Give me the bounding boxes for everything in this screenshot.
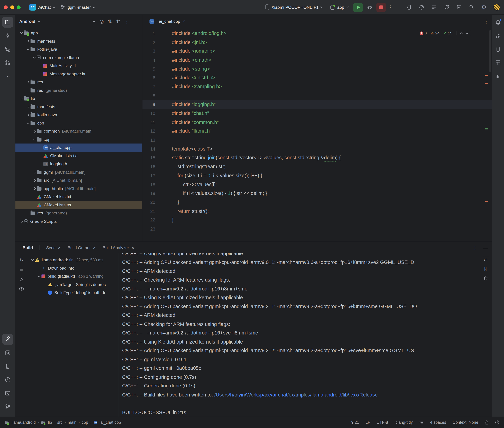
profile-avatar[interactable] bbox=[493, 4, 500, 10]
device-explorer-tool-button[interactable] bbox=[2, 361, 13, 372]
tree-item-lib[interactable]: lib bbox=[16, 94, 142, 103]
project-selector[interactable]: AC AiChat bbox=[26, 3, 58, 12]
chevron-right-icon[interactable] bbox=[20, 220, 23, 223]
close-tab-icon[interactable]: × bbox=[132, 245, 134, 250]
close-tab-icon[interactable]: × bbox=[93, 245, 95, 250]
project-tool-button[interactable] bbox=[2, 16, 13, 28]
build-tab-sync[interactable]: Sync× bbox=[43, 243, 64, 252]
next-problem-button[interactable] bbox=[466, 31, 469, 34]
editor-options-button[interactable]: ⋮ bbox=[484, 18, 488, 24]
code-line-20[interactable]: 20 } bbox=[142, 198, 492, 207]
tree-item-messageadapter-kt[interactable]: MessageAdapter.kt bbox=[16, 70, 142, 78]
breadcrumb-item-src[interactable]: src bbox=[57, 420, 62, 425]
version-control-tool-button[interactable] bbox=[2, 401, 13, 412]
analyzer-status[interactable]: .clang-tidy bbox=[394, 420, 413, 425]
chevron-down-icon[interactable] bbox=[20, 97, 23, 99]
code-line-12[interactable]: 12#include "llama.h" bbox=[142, 127, 492, 136]
profiler-button[interactable] bbox=[419, 4, 424, 10]
tree-item-cpp[interactable]: cpp bbox=[16, 135, 142, 144]
tree-item-res[interactable]: res(generated) bbox=[16, 209, 142, 217]
chevron-down-icon[interactable] bbox=[31, 258, 34, 261]
warning-count[interactable]: ⚠24 bbox=[431, 31, 440, 35]
tree-item-cmakelists-txt[interactable]: CMakeLists.txt bbox=[16, 193, 142, 201]
breadcrumb-item-llama-android[interactable]: llama.android bbox=[4, 420, 36, 425]
scrollbar-warning-mark[interactable] bbox=[485, 83, 488, 84]
tree-item-manifests[interactable]: manifests bbox=[16, 37, 142, 45]
code-line-15[interactable]: 15static std::string join(const std::vec… bbox=[142, 153, 492, 162]
chevron-down-icon[interactable] bbox=[26, 48, 29, 50]
build-tool-button[interactable] bbox=[2, 334, 13, 345]
line-separator[interactable]: LF bbox=[366, 420, 370, 425]
tree-item-logging-h[interactable]: logging.h bbox=[16, 160, 142, 168]
code-line-7[interactable]: 7#include <sampling.h> bbox=[142, 82, 492, 91]
pull-requests-tool-button[interactable] bbox=[2, 57, 13, 68]
code-line-13[interactable]: 13 bbox=[142, 135, 492, 144]
app-quality-insights-tool-button[interactable] bbox=[493, 71, 503, 81]
more-tool-windows-button[interactable]: ⋯ bbox=[2, 71, 13, 82]
tree-item-cpp-httplib[interactable]: cpp-httplib[AiChat.lib.main] bbox=[16, 184, 142, 193]
indentation[interactable]: 4 spaces bbox=[430, 420, 446, 425]
notifications-button[interactable] bbox=[493, 17, 503, 27]
more-run-options-button[interactable]: ⋮ bbox=[388, 5, 393, 10]
console-link[interactable]: /Users/hanyin/Workspace/ai-chat/examples… bbox=[214, 392, 378, 397]
scrollbar-warning-mark[interactable] bbox=[485, 201, 488, 202]
stop-button[interactable] bbox=[376, 3, 386, 12]
breadcrumb-item-ai-chat-cpp[interactable]: ai_chat.cpp bbox=[93, 420, 121, 425]
build-tree-item-llama-android-fin[interactable]: llama.android: fin22 sec, 583 ms bbox=[28, 256, 119, 264]
scrollbar-warning-mark[interactable] bbox=[485, 75, 488, 76]
build-tree-item-build-gradle-kts[interactable]: build.gradle.ktsapp 1 warning bbox=[28, 272, 119, 280]
build-tab-build-output[interactable]: Build Output× bbox=[64, 243, 99, 252]
tree-item-app[interactable]: app bbox=[16, 29, 142, 37]
chevron-down-icon[interactable] bbox=[26, 121, 29, 124]
logcat-button[interactable] bbox=[431, 4, 437, 10]
tree-item-res[interactable]: res bbox=[16, 78, 142, 86]
code-line-18[interactable]: 18 str << values[i]; bbox=[142, 180, 492, 189]
run-configuration-selector[interactable]: app bbox=[328, 4, 351, 11]
commit-tool-button[interactable] bbox=[2, 30, 13, 41]
code-line-16[interactable]: 16 std::ostringstream str; bbox=[142, 162, 492, 171]
panel-options-button[interactable]: ⋮ bbox=[124, 19, 129, 24]
code-line-3[interactable]: 3#include <iomanip> bbox=[142, 47, 492, 56]
zoom-window-button[interactable] bbox=[17, 5, 20, 9]
editor-scrollbar[interactable] bbox=[489, 30, 491, 72]
build-tab-build[interactable]: Build bbox=[19, 243, 36, 252]
settings-button[interactable]: ⚙ bbox=[481, 4, 486, 10]
tree-item-mainactivity-kt[interactable]: MainActivity.kt bbox=[16, 62, 142, 70]
chevron-right-icon[interactable] bbox=[26, 114, 29, 116]
chevron-right-icon[interactable] bbox=[26, 81, 29, 83]
chevron-down-icon[interactable] bbox=[37, 275, 40, 277]
hide-panel-button[interactable]: — bbox=[133, 19, 138, 24]
rerun-build-button[interactable]: ↻ bbox=[19, 257, 24, 262]
clear-all-icon[interactable] bbox=[483, 276, 488, 280]
layout-inspector-tool-button[interactable] bbox=[493, 58, 503, 67]
panel-options-button[interactable]: ⋮ bbox=[472, 245, 477, 250]
gradle-sync-button[interactable] bbox=[444, 4, 449, 10]
project-view-selector[interactable]: Android bbox=[19, 19, 35, 24]
chevron-down-icon[interactable] bbox=[20, 31, 23, 34]
structure-tool-button[interactable] bbox=[2, 44, 13, 55]
code-line-6[interactable]: 6#include <unistd.h> bbox=[142, 73, 492, 82]
vcs-branch-selector[interactable]: ggml-master bbox=[58, 4, 98, 11]
build-console[interactable]: C/C++: -- Using KleidiAI optimized kerne… bbox=[119, 253, 492, 417]
unlock-icon[interactable] bbox=[485, 420, 488, 425]
code-line-23[interactable]: 23 bbox=[142, 224, 492, 233]
tree-item-kotlin-java[interactable]: kotlin+java bbox=[16, 111, 142, 119]
close-window-button[interactable] bbox=[4, 5, 8, 9]
search-everywhere-button[interactable] bbox=[469, 4, 474, 10]
code-line-14[interactable]: 14template<class T> bbox=[142, 144, 492, 153]
problems-tool-button[interactable] bbox=[2, 374, 13, 385]
code-line-2[interactable]: 2#include <jni.h> bbox=[142, 38, 492, 47]
chevron-right-icon[interactable] bbox=[33, 171, 36, 173]
terminal-tool-button[interactable] bbox=[2, 388, 13, 399]
sdk-manager-button[interactable] bbox=[456, 4, 462, 10]
code-line-17[interactable]: 17 for (size_t i = 0; i < values.size();… bbox=[142, 171, 492, 180]
tree-item-kotlin-java[interactable]: kotlin+java bbox=[16, 45, 142, 53]
locate-file-button[interactable]: ◎ bbox=[100, 19, 104, 24]
run-button[interactable] bbox=[353, 3, 363, 12]
debug-button[interactable] bbox=[365, 3, 374, 12]
indent-style-icon[interactable] bbox=[419, 420, 424, 424]
build-tree-item-buildtype-debug-is-both-de[interactable]: BuildType 'debug' is both de bbox=[28, 288, 119, 297]
code-line-22[interactable]: 22} bbox=[142, 216, 492, 224]
context-indicator[interactable]: Context: None bbox=[453, 420, 478, 425]
pin-icon[interactable] bbox=[19, 277, 24, 282]
